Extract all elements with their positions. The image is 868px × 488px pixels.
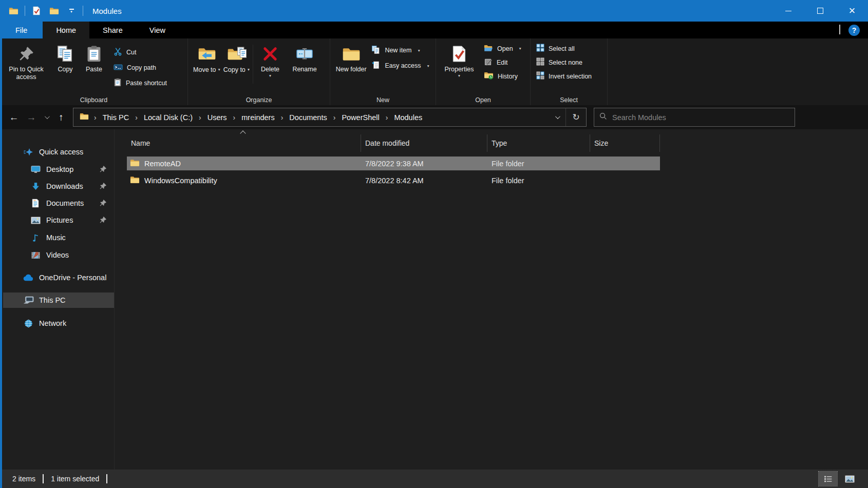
breadcrumb-mreinders[interactable]: mreinders (239, 110, 276, 125)
maximize-button[interactable] (804, 0, 836, 22)
file-row-windowscompatibility[interactable]: WindowsCompatibility 7/8/2022 8:42 AM Fi… (127, 173, 660, 187)
column-header-name[interactable]: Name (127, 134, 361, 152)
ribbon-tab-bar: File Home Share View ? (0, 22, 868, 38)
paste-button[interactable]: Paste (79, 41, 109, 73)
search-icon (599, 112, 607, 122)
refresh-button[interactable]: ↻ (565, 108, 586, 126)
easy-access-button[interactable]: Easy access ▼ (367, 58, 435, 73)
group-inner-separator (253, 45, 253, 84)
explorer-window: ▼ Modules × File Home Share View ? Pin t… (0, 0, 868, 488)
minimize-icon (785, 11, 791, 11)
invert-selection-button[interactable]: Invert selection (532, 69, 596, 83)
move-to-button[interactable]: Move to▼ (192, 41, 222, 74)
breadcrumb-users[interactable]: Users (205, 110, 229, 125)
column-header-type[interactable]: Type (487, 134, 590, 152)
breadcrumb-documents[interactable]: Documents (287, 110, 329, 125)
qat-new-folder-button[interactable] (48, 4, 60, 17)
paste-shortcut-button[interactable]: Paste shortcut (109, 75, 172, 91)
breadcrumb-local-disk[interactable]: Local Disk (C:) (142, 110, 195, 125)
new-item-button[interactable]: New item ▼ (367, 43, 435, 58)
pin-to-quick-access-button[interactable]: Pin to Quick access (1, 41, 51, 81)
recent-locations-button[interactable] (41, 110, 51, 125)
sidebar-item-videos[interactable]: Videos (3, 247, 114, 263)
minimize-button[interactable] (772, 0, 804, 22)
rename-button[interactable]: Rename (286, 41, 323, 73)
new-folder-button[interactable]: New folder (335, 41, 367, 73)
address-bar[interactable]: › This PC › Local Disk (C:) › Users › mr… (73, 108, 587, 127)
address-dropdown-button[interactable] (548, 108, 565, 126)
history-button[interactable]: History (479, 69, 526, 83)
dropdown-caret-icon: ▼ (458, 74, 461, 77)
tab-share[interactable]: Share (89, 22, 136, 38)
qat-properties-button[interactable] (30, 4, 43, 17)
videos-icon (30, 251, 41, 259)
properties-button[interactable]: Properties ▼ (439, 41, 479, 77)
properties-icon (451, 43, 467, 65)
invert-selection-icon (536, 71, 544, 81)
column-header-date-modified[interactable]: Date modified (361, 134, 487, 152)
sidebar-item-this-pc[interactable]: This PC (3, 292, 114, 308)
select-none-button[interactable]: Select none (532, 55, 596, 69)
ribbon: Pin to Quick access Copy Paste Cut (0, 38, 868, 105)
sidebar-item-quick-access[interactable]: Quick access (3, 144, 114, 160)
column-headers: Name Date modified Type Size (127, 134, 868, 152)
this-pc-icon (23, 296, 34, 305)
dropdown-caret-icon: ▼ (427, 64, 430, 68)
sidebar-item-documents[interactable]: Documents (3, 196, 114, 211)
copy-to-button[interactable]: Copy to▼ (222, 41, 252, 74)
select-all-button[interactable]: Select all (532, 42, 596, 55)
sidebar-item-downloads[interactable]: Downloads (3, 179, 114, 194)
up-button[interactable]: ↑ (53, 110, 69, 125)
address-folder-icon (80, 112, 89, 122)
file-list-pane: Name Date modified Type Size RemoteAD 7/… (115, 129, 868, 470)
back-button[interactable]: ← (6, 110, 22, 125)
tab-home[interactable]: Home (43, 22, 89, 38)
copy-path-icon (114, 64, 123, 72)
folder-icon (130, 175, 140, 185)
open-button[interactable]: Open ▼ (479, 42, 526, 55)
cut-button[interactable]: Cut (109, 45, 172, 60)
dropdown-caret-icon: ▼ (247, 68, 250, 71)
copy-path-button[interactable]: Copy path (109, 60, 172, 75)
details-view-button[interactable] (819, 472, 837, 486)
sidebar-item-pictures[interactable]: Pictures (3, 212, 114, 228)
thumbnails-view-button[interactable] (840, 472, 859, 486)
search-input[interactable] (612, 113, 789, 122)
copy-icon (56, 43, 74, 65)
sidebar-item-onedrive[interactable]: OneDrive - Personal (3, 270, 114, 285)
new-item-icon (371, 45, 381, 56)
breadcrumb-this-pc[interactable]: This PC (101, 110, 131, 125)
crumb-separator: › (229, 113, 240, 122)
tab-view[interactable]: View (136, 22, 179, 38)
breadcrumb-modules[interactable]: Modules (392, 110, 424, 125)
file-row-remotead[interactable]: RemoteAD 7/8/2022 9:38 AM File folder (127, 157, 660, 170)
dropdown-caret-icon: ▼ (269, 74, 272, 77)
sidebar-item-network[interactable]: Network (3, 316, 114, 331)
crumb-separator: › (131, 113, 142, 122)
delete-button[interactable]: Delete ▼ (254, 41, 286, 77)
group-label-organize: Organize (188, 96, 330, 104)
group-label-open: Open (436, 96, 530, 104)
tab-file[interactable]: File (0, 22, 43, 38)
column-header-size[interactable]: Size (590, 134, 660, 152)
new-folder-icon (342, 43, 361, 65)
window-accent-border (0, 22, 2, 488)
close-button[interactable]: × (836, 0, 868, 22)
copy-button[interactable]: Copy (51, 41, 79, 73)
edit-icon (484, 57, 493, 68)
collapse-ribbon-button[interactable] (839, 26, 840, 35)
forward-icon: → (27, 112, 36, 123)
breadcrumb-powershell[interactable]: PowerShell (339, 110, 381, 125)
back-icon: ← (9, 112, 19, 123)
move-to-folder-icon (198, 43, 216, 65)
item-count: 2 items (12, 475, 35, 483)
sidebar-item-music[interactable]: Music (3, 230, 114, 245)
forward-button[interactable]: → (24, 110, 39, 125)
qat-customize-button[interactable]: ▼ (65, 4, 78, 17)
help-button[interactable]: ? (848, 25, 860, 36)
dropdown-caret-icon: ▼ (519, 47, 522, 50)
pin-icon (99, 216, 107, 225)
sidebar-item-desktop[interactable]: Desktop (3, 162, 114, 177)
edit-button[interactable]: Edit (479, 55, 526, 69)
selection-count: 1 item selected (51, 475, 99, 483)
